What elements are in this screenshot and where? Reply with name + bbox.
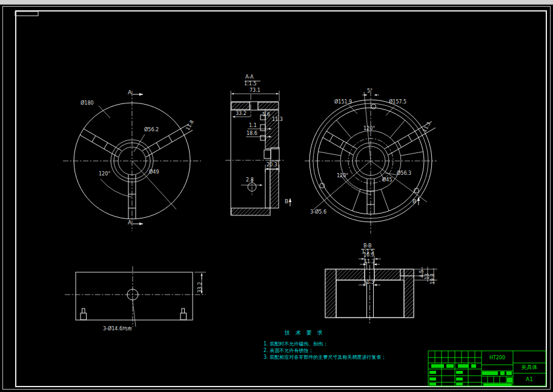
dim-aa-5-6: 5.6 — [262, 113, 270, 117]
dim-aa-11-3: 11.3 — [272, 117, 283, 122]
dim-aa-18-6: 18.6 — [247, 131, 257, 136]
section-mark-a-bottom: A — [128, 220, 131, 226]
dim-bottom-height: 33.2 — [198, 282, 203, 293]
dim-aa-1-1: 1.1 — [249, 123, 257, 128]
dim-aa-33-2: 33.2 — [236, 111, 247, 116]
dim-bb-4-5: 4.5 — [420, 270, 425, 278]
bottom-view-linework — [65, 266, 206, 327]
tech-requirement-item: 1. 装配时不允许磕伤、刮伤； — [263, 342, 328, 347]
dim-side-angle-left: 120° — [337, 174, 348, 178]
dim-bb-19-8: 19.8 — [431, 273, 435, 284]
cad-viewport: Ø180 Ø56.2 Ø49 120° 11.8 A A A-A 1:1.5 7… — [0, 0, 553, 392]
section-aa-scale: 1:1.5 — [244, 82, 257, 87]
tech-requirement-item: 2. 表面不允许有锈蚀； — [263, 348, 313, 353]
dim-front-bore-diameter: Ø56.2 — [144, 128, 159, 132]
section-bb-linework — [325, 249, 437, 324]
dim-side-bore-diameter: Ø45 — [382, 178, 392, 183]
section-mark-b-middle: B — [285, 199, 288, 204]
dim-side-angle-5: 5° — [367, 89, 373, 94]
tech-requirement-item: 3. 装配前应对各零部件的主要尺寸及相关精度进行复查； — [263, 355, 386, 360]
title-block-material: HT200 — [482, 356, 513, 361]
section-bb-title: B-B — [363, 244, 372, 249]
dim-bb-11-3-bottom: 11.3 — [363, 280, 374, 285]
dim-side-hub-diameter: Ø56.3 — [397, 171, 411, 176]
dim-bb-13: 13 — [425, 273, 430, 279]
section-mark-a-top: A — [128, 90, 131, 96]
dim-bb-16-9: 16.9 — [363, 253, 374, 258]
dim-side-holes: 3-Ø5.6 — [310, 210, 326, 215]
tech-requirements-title: 技 术 要 求 — [285, 330, 325, 336]
drawing-linework — [0, 0, 553, 392]
section-aa-title: A-A — [245, 75, 253, 80]
title-block-part-name: 夹具体 — [513, 365, 546, 370]
dim-side-ring-inner: Ø151.9 — [334, 100, 352, 105]
front-view-linework — [63, 91, 201, 231]
dim-front-angle: 120° — [99, 172, 110, 177]
dim-side-ring-outer: Ø157.5 — [389, 100, 406, 105]
section-mark-b-side: B — [412, 199, 416, 204]
title-block-sheet-size: A1 — [513, 377, 546, 382]
dim-bb-11-3-top: 11.3 — [364, 260, 375, 264]
dim-bottom-holes: 3-Ø14.6均布 — [103, 327, 132, 332]
dim-aa-width: 73.1 — [250, 88, 260, 93]
dim-front-outer-diameter: Ø180 — [81, 101, 94, 106]
frame-corner-box — [15, 11, 38, 16]
dim-aa-2-8: 2.8 — [246, 178, 254, 183]
dim-side-angle-top: 120° — [363, 126, 375, 131]
section-aa-linework — [225, 81, 290, 215]
dim-aa-20-3: 20.3 — [267, 163, 277, 168]
dim-front-inner-diameter: Ø49 — [149, 170, 159, 175]
